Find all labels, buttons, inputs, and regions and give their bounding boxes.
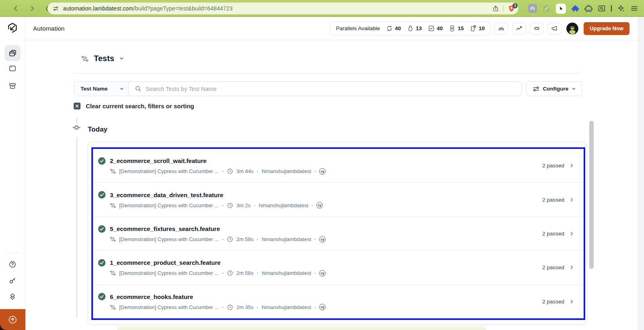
separator-dot: [314, 236, 316, 242]
separator-dot: [314, 168, 316, 174]
leo-ai-icon[interactable]: [617, 4, 625, 12]
stat-mobile-private[interactable]: 10: [470, 25, 485, 32]
stat-mobile-web[interactable]: 15: [449, 25, 464, 32]
insights-button[interactable]: [494, 23, 508, 35]
sidebar-item-archive[interactable]: [8, 82, 17, 90]
wave-icon: [498, 25, 505, 32]
cypress-icon: cy: [319, 270, 326, 276]
url-path: /build?pageType=test&build=64844723: [133, 5, 232, 12]
back-icon[interactable]: [12, 5, 19, 12]
cypress-icon: cy: [316, 202, 323, 208]
test-name[interactable]: 1_ecommerce_product_search.feature: [110, 259, 221, 266]
site-settings-icon[interactable]: [53, 6, 59, 12]
address-bar[interactable]: automation.lambdatest.com/build?pageType…: [47, 2, 518, 14]
link-icon: [533, 25, 540, 32]
test-user: himanshujlambdatest: [262, 270, 311, 276]
tests-heading[interactable]: Tests: [81, 54, 124, 63]
chevron-right-icon[interactable]: [570, 299, 574, 304]
sidebar-item-access-key[interactable]: [8, 276, 17, 285]
separator-dot: [222, 270, 224, 276]
chevron-right-icon[interactable]: [570, 265, 574, 270]
stat-web[interactable]: 40: [386, 25, 401, 32]
sidebar-item-help[interactable]: [8, 260, 17, 268]
configure-label: Configure: [543, 86, 569, 92]
build-name[interactable]: [Demonstration] Cypress with Cucumber ..…: [119, 168, 219, 174]
stat-linux[interactable]: 13: [407, 25, 422, 32]
help-icon: [8, 260, 17, 268]
pipeline-icon: [81, 55, 89, 62]
mobile-lock-icon: [470, 25, 477, 32]
passed-check-icon: [98, 259, 106, 267]
test-meta: [Demonstration] Cypress with Cucumber ..…: [110, 236, 326, 243]
upgrade-now-button[interactable]: Upgrade Now: [584, 22, 630, 35]
search-tab-icon[interactable]: [598, 4, 606, 12]
test-row[interactable]: 1_ecommerce_product_search.feature [Demo…: [93, 250, 584, 284]
clock-icon: [227, 304, 233, 310]
url-text[interactable]: automation.lambdatest.com/build?pageType…: [63, 5, 233, 12]
test-meta: [Demonstration] Cypress with Cucumber ..…: [110, 304, 326, 310]
chevron-right-icon[interactable]: [570, 198, 574, 202]
filter-type-dropdown[interactable]: Test Name: [74, 82, 129, 96]
stacked-diamonds-icon: [8, 293, 17, 301]
brave-shield-icon[interactable]: 3: [508, 5, 515, 12]
status-passed: 2 passed: [542, 197, 564, 203]
divider: [611, 5, 612, 12]
highlighted-test-list: 2_ecommerce_scroll_wait.feature [Demonst…: [91, 147, 585, 320]
passed-check-icon: [98, 293, 106, 301]
configure-button[interactable]: Configure: [526, 81, 582, 96]
chevron-down-icon[interactable]: [120, 57, 124, 60]
test-name[interactable]: 3_ecommerce_data_driven_test.feature: [110, 192, 223, 198]
build-name[interactable]: [Demonstration] Cypress with Cucumber ..…: [119, 236, 219, 242]
chevron-right-icon[interactable]: [570, 163, 574, 168]
cypress-icon: cy: [319, 168, 326, 175]
build-name[interactable]: [Demonstration] Cypress with Cucumber ..…: [119, 270, 219, 276]
linux-icon: [407, 25, 414, 32]
timeline-line: [76, 137, 77, 318]
search-input[interactable]: [146, 86, 516, 92]
puzzle-outline-icon[interactable]: [584, 4, 592, 12]
test-duration: 2m 58s: [236, 270, 254, 276]
puzzle-blue-icon[interactable]: [571, 4, 579, 12]
cursor-extension-icon[interactable]: [556, 4, 566, 14]
test-duration: 3m 44s: [236, 168, 254, 174]
passed-check-icon: [98, 225, 106, 233]
test-name[interactable]: 2_ecommerce_scroll_wait.feature: [110, 157, 206, 164]
announcements-button[interactable]: [547, 23, 561, 35]
menu-icon[interactable]: [630, 4, 638, 12]
separator-dot: [222, 168, 224, 174]
divider: [503, 5, 504, 12]
scrollbar-thumb[interactable]: [589, 121, 594, 269]
test-row[interactable]: 3_ecommerce_data_driven_test.feature [De…: [93, 182, 584, 216]
test-name[interactable]: 6_ecommerce_hooks.feature: [110, 293, 193, 300]
sidebar-item-builds[interactable]: [4, 45, 21, 61]
clear-filters-button[interactable]: Clear current search, filters or sorting: [74, 103, 194, 109]
test-row[interactable]: 2_ecommerce_scroll_wait.feature [Demonst…: [93, 149, 584, 182]
chevron-right-icon[interactable]: [570, 231, 574, 236]
stat-tests[interactable]: 40: [428, 25, 443, 32]
test-name[interactable]: 5_ecommerce_fixtures_search.feature: [110, 225, 220, 232]
test-row[interactable]: 6_ecommerce_hooks.feature [Demonstration…: [93, 285, 584, 318]
clear-x-icon: [74, 103, 80, 109]
sidebar-item-sessions[interactable]: [8, 64, 17, 72]
extension-gray-icon[interactable]: [528, 4, 537, 13]
separator-dot: [257, 270, 258, 276]
test-user: himanshujlambdatest: [262, 168, 311, 174]
arrow-up-circle-icon: [8, 315, 17, 324]
extension-disabled-icon[interactable]: [542, 4, 551, 13]
shield-badge: 3: [512, 3, 518, 8]
analytics-button[interactable]: [512, 23, 526, 35]
test-row[interactable]: 5_ecommerce_fixtures_search.feature [Dem…: [93, 217, 584, 250]
build-name[interactable]: [Demonstration] Cypress with Cucumber ..…: [119, 202, 219, 208]
sidebar-item-integrations[interactable]: [8, 293, 17, 301]
build-name[interactable]: [Demonstration] Cypress with Cucumber ..…: [119, 304, 219, 310]
avatar[interactable]: [566, 23, 578, 35]
test-checklist-icon: [428, 25, 435, 32]
forward-icon[interactable]: [29, 5, 36, 12]
status-passed: 2 passed: [542, 163, 564, 169]
lambdatest-logo-icon[interactable]: [6, 22, 19, 34]
trend-chart-icon: [516, 25, 522, 32]
integrations-button[interactable]: [530, 23, 544, 35]
share-icon[interactable]: [492, 5, 499, 12]
megaphone-icon: [551, 25, 558, 32]
test-meta: [Demonstration] Cypress with Cucumber ..…: [110, 202, 323, 208]
